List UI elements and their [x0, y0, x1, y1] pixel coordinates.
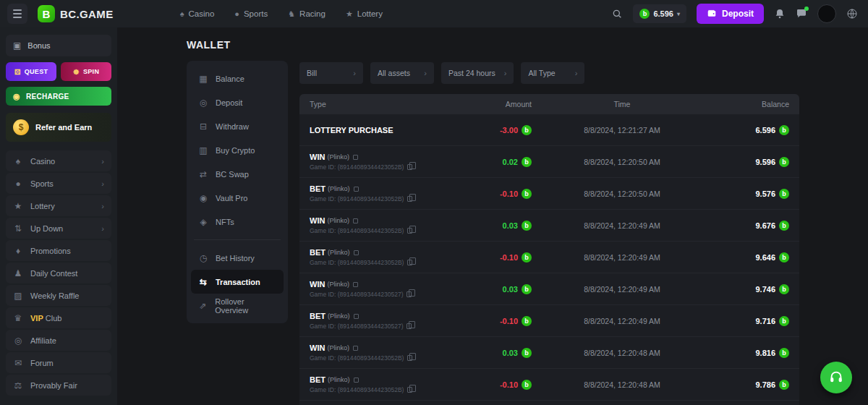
link-icon[interactable] [354, 187, 359, 192]
notifications-bell-icon[interactable] [774, 8, 786, 20]
sidebar-item-provably-fair[interactable]: ⚖Provably Fair [6, 375, 111, 396]
top-nav-lottery[interactable]: ★Lottery [346, 9, 383, 19]
sidebar-item-up-down[interactable]: ⇅Up Down› [6, 218, 111, 239]
game-id-text: Game ID: (89144089344423052B) [310, 386, 404, 393]
type-label: BET [310, 184, 326, 193]
filter-all-assets[interactable]: All assets› [370, 62, 434, 84]
quest-label: QUEST [25, 68, 48, 75]
sidebar-item-lottery[interactable]: ★Lottery› [6, 195, 111, 216]
link-icon[interactable] [353, 346, 358, 351]
amount-cell: 0.03b [445, 284, 532, 294]
spin-label: SPIN [83, 68, 99, 75]
wallet-nav-deposit[interactable]: ◎Deposit [191, 90, 284, 114]
brand-logo[interactable]: B BC.GAME [38, 5, 114, 22]
vault-icon: ◉ [198, 193, 208, 203]
gift-icon: ▣ [13, 40, 21, 51]
recharge-button[interactable]: ◉ RECHARGE [6, 87, 111, 106]
sidebar-item-label: Sports [30, 179, 54, 188]
wallet-nav-bet-history[interactable]: ◷Bet History [191, 246, 284, 270]
language-globe-icon[interactable] [846, 8, 858, 20]
sidebar-item-casino[interactable]: ♠Casino› [6, 150, 111, 171]
sidebar-item-label: Daily Contest [30, 269, 77, 278]
copy-icon[interactable] [407, 355, 412, 361]
wallet-nav-rollover-overview[interactable]: ⇗Rollover Overview [191, 294, 284, 317]
top-nav-racing[interactable]: ♞Racing [288, 9, 326, 19]
copy-icon[interactable] [407, 291, 412, 297]
refer-label: Refer and Earn [35, 123, 92, 132]
sidebar-item-label: Weekly Raffle [30, 291, 79, 300]
transaction-type: WIN(Plinko) [310, 153, 445, 161]
wallet-nav-vault-pro[interactable]: ◉Vault Pro [191, 186, 284, 210]
sidebar-item-affiliate[interactable]: ◎Affiliate [6, 330, 111, 351]
copy-icon[interactable] [407, 387, 412, 393]
copy-icon[interactable] [407, 164, 412, 170]
type-cell: BET(Plinko)Game ID: (89144089344423052B) [299, 248, 445, 266]
time-cell: 8/8/2024, 12:20:49 AM [532, 221, 712, 230]
buy-crypto-icon: ▥ [198, 145, 208, 155]
sidebar-item-vip-club[interactable]: ♛VIP Club [6, 307, 111, 328]
filter-label: Bill [307, 69, 317, 77]
wallet-nav-balance[interactable]: ▦Balance [191, 67, 284, 90]
sidebar-item-weekly-raffle[interactable]: ▨Weekly Raffle [6, 285, 111, 306]
menu-button[interactable] [7, 4, 27, 24]
spin-button[interactable]: ☸ SPIN [61, 62, 111, 81]
game-id-row: Game ID: (89144089344423052B) [310, 227, 445, 234]
chat-icon[interactable] [796, 8, 807, 20]
bc-coin-icon: b [522, 189, 532, 199]
amount-cell: 0.02b [445, 157, 532, 167]
sidebar-item-daily-contest[interactable]: ♟Daily Contest [6, 263, 111, 284]
link-icon[interactable] [353, 218, 358, 223]
link-icon[interactable] [353, 155, 358, 160]
filter-past-24-hours[interactable]: Past 24 hours› [441, 62, 514, 84]
sidebar-item-label: Forum [30, 359, 54, 367]
link-icon[interactable] [354, 314, 359, 319]
support-button[interactable] [820, 362, 852, 393]
copy-icon[interactable] [407, 323, 412, 329]
game-name-label: (Plinko) [328, 249, 350, 256]
balance-cell: 9.596b [712, 157, 799, 167]
quest-button[interactable]: ⚄ QUEST [6, 62, 56, 81]
table-row: WIN(Plinko)Game ID: (891440893444230527)… [299, 273, 799, 305]
transaction-content: Bill›All assets›Past 24 hours›All Type› … [299, 61, 799, 405]
avatar[interactable] [817, 4, 836, 23]
chat-notification-dot [804, 7, 809, 11]
filter-all-type[interactable]: All Type› [521, 62, 584, 84]
wallet-nav-buy-crypto[interactable]: ▥Buy Crypto [191, 138, 284, 162]
top-nav: ♠Casino●Sports♞Racing★Lottery [180, 9, 383, 19]
bc-coin-icon: b [522, 348, 532, 358]
top-nav-casino[interactable]: ♠Casino [180, 9, 215, 19]
deposit-button[interactable]: Deposit [697, 4, 764, 24]
sidebar-item-sports[interactable]: ●Sports› [6, 173, 111, 194]
bc-coin-icon: b [779, 157, 789, 167]
daily-contest-icon: ♟ [13, 268, 23, 278]
sidebar-item-bonus[interactable]: ▣ Bonus [6, 35, 111, 56]
top-nav-sports[interactable]: ●Sports [234, 9, 268, 19]
search-icon[interactable] [611, 8, 623, 20]
balance-cell: 9.816b [712, 348, 799, 358]
link-icon[interactable] [354, 378, 359, 383]
sidebar-item-forum[interactable]: ✉Forum [6, 352, 111, 373]
chevron-right-icon: › [424, 69, 427, 77]
wallet-nav-bc-swap[interactable]: ⇄BC Swap [191, 162, 284, 186]
topbar: B BC.GAME ♠Casino●Sports♞Racing★Lottery … [0, 0, 868, 27]
sidebar-item-promotions[interactable]: ♦Promotions [6, 240, 111, 261]
sidebar-menu: ♠Casino›●Sports›★Lottery›⇅Up Down›♦Promo… [6, 150, 111, 396]
refer-and-earn-card[interactable]: $ Refer and Earn [6, 113, 111, 142]
copy-icon[interactable] [407, 228, 412, 234]
filter-bill[interactable]: Bill› [299, 62, 363, 84]
game-name-label: (Plinko) [327, 217, 349, 224]
link-icon[interactable] [354, 250, 359, 255]
type-label: BET [310, 312, 326, 320]
copy-icon[interactable] [407, 260, 412, 265]
balance-cell: 9.646b [712, 252, 799, 263]
balance-dropdown[interactable]: b 6.596 ▾ [633, 4, 686, 23]
copy-icon[interactable] [407, 196, 412, 202]
wallet-nav-transaction[interactable]: ⇆Transaction [191, 270, 284, 294]
wallet-nav-nfts[interactable]: ◈NFTs [191, 210, 284, 234]
link-icon[interactable] [353, 282, 358, 287]
sidebar-item-label: Up Down [30, 224, 63, 233]
filter-label: Past 24 hours [448, 69, 495, 77]
wallet-nav-withdraw[interactable]: ⊟Withdraw [191, 114, 284, 138]
type-cell: WIN(Plinko)Game ID: (891440893444230527) [299, 280, 445, 298]
amount-value: -0.10 [500, 317, 518, 325]
